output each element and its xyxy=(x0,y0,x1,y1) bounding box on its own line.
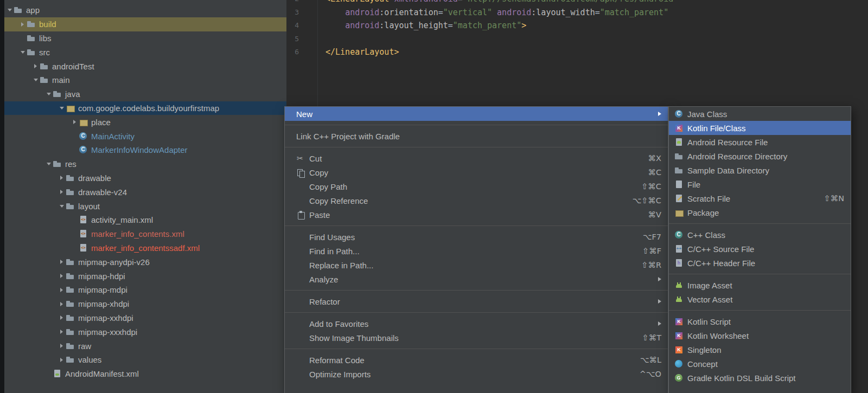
tree-item-mipmap-anydpi-v26[interactable]: mipmap-anydpi-v26 xyxy=(4,255,286,269)
menu-item-reformat-code[interactable]: Reformat Code⌥⌘L xyxy=(285,353,668,367)
menu-item-c-c-header-file[interactable]: C/C++ Header File xyxy=(669,256,851,270)
tree-item-main[interactable]: main xyxy=(4,73,286,87)
menu-item-analyze[interactable]: Analyze xyxy=(285,272,668,286)
tree-item-values[interactable]: values xyxy=(4,353,286,367)
menu-item-c-class[interactable]: C++ Class xyxy=(669,228,851,242)
collapse-arrow-icon[interactable] xyxy=(18,45,27,59)
collapse-arrow-icon[interactable] xyxy=(58,199,66,213)
menu-item-refactor[interactable]: Refactor xyxy=(285,294,668,308)
tree-item-mipmap-xhdpi[interactable]: mipmap-xhdpi xyxy=(4,297,286,311)
expand-arrow-icon[interactable] xyxy=(58,171,66,185)
menu-item-android-resource-file[interactable]: Android Resource File xyxy=(669,135,851,149)
expand-arrow-icon[interactable] xyxy=(58,339,66,353)
tree-item-app[interactable]: app xyxy=(4,3,286,17)
tree-item-place[interactable]: place xyxy=(4,115,286,129)
menu-item-find-usages[interactable]: Find Usages⌥F7 xyxy=(285,230,668,244)
tree-item-marker-info-contentssadf-xml[interactable]: marker_info_contentssadf.xml xyxy=(4,241,286,255)
menu-item-label: Android Resource Directory xyxy=(687,152,787,161)
menu-item-label: Refactor xyxy=(309,297,340,306)
menu-item-android-resource-directory[interactable]: Android Resource Directory xyxy=(669,149,851,163)
paste-icon xyxy=(296,210,305,220)
tree-item-markerinfowindowadapter[interactable]: MarkerInfoWindowAdapter xyxy=(4,143,286,157)
menu-item-kotlin-script[interactable]: Kotlin Script xyxy=(669,314,851,328)
expand-arrow-icon[interactable] xyxy=(58,283,66,297)
menu-item-paste[interactable]: Paste⌘V xyxy=(285,208,668,222)
tree-item-marker-info-contents-xml[interactable]: marker_info_contents.xml xyxy=(4,227,286,241)
menu-item-right: ⇧⌘C xyxy=(626,182,661,191)
menu-item-label: Scratch File xyxy=(687,194,730,203)
android-asset-icon xyxy=(674,281,684,290)
tree-item-mipmap-hdpi[interactable]: mipmap-hdpi xyxy=(4,269,286,283)
menu-item-scratch-file[interactable]: Scratch File⇧⌘N xyxy=(669,191,851,205)
menu-item-package[interactable]: Package xyxy=(669,205,851,220)
menu-item-show-image-thumbnails[interactable]: Show Image Thumbnails⇧⌘T xyxy=(285,331,668,345)
menu-item-cut[interactable]: Cut⌘X xyxy=(285,151,668,165)
expand-arrow-icon[interactable] xyxy=(58,269,66,283)
submenu-arrow-icon xyxy=(658,277,661,281)
expand-arrow-icon[interactable] xyxy=(58,185,66,199)
menu-item-vector-asset[interactable]: Vector Asset xyxy=(669,292,851,306)
kotlin-icon xyxy=(674,124,684,133)
menu-item-concept[interactable]: Concept xyxy=(669,357,851,371)
expand-arrow-icon[interactable] xyxy=(58,325,66,339)
menu-item-sample-data-directory[interactable]: Sample Data Directory xyxy=(669,163,851,177)
class-icon xyxy=(79,145,88,154)
menu-item-copy-reference[interactable]: Copy Reference⌥⇧⌘C xyxy=(285,194,668,208)
menu-item-copy[interactable]: Copy⌘C xyxy=(285,165,668,179)
collapse-arrow-icon[interactable] xyxy=(5,3,14,17)
menu-item-shortcut: ⌥⌘L xyxy=(640,356,661,364)
menu-item-kotlin-file-class[interactable]: Kotlin File/Class xyxy=(669,121,851,135)
menu-item-label: Kotlin File/Class xyxy=(687,124,746,133)
menu-item-file[interactable]: File xyxy=(669,177,851,191)
menu-item-find-in-path[interactable]: Find in Path...⇧⌘F xyxy=(285,244,668,258)
tree-item-raw[interactable]: raw xyxy=(4,339,286,353)
menu-item-new[interactable]: New xyxy=(285,107,668,121)
expand-arrow-icon[interactable] xyxy=(18,17,27,31)
expand-arrow-icon[interactable] xyxy=(58,311,66,325)
tree-arrow-spacer xyxy=(71,129,79,143)
expand-arrow-icon[interactable] xyxy=(58,297,66,311)
tree-item-drawable-v24[interactable]: drawable-v24 xyxy=(4,185,286,199)
tree-item-mipmap-xxxhdpi[interactable]: mipmap-xxxhdpi xyxy=(4,325,286,339)
tree-item-androidtest[interactable]: androidTest xyxy=(4,59,286,73)
menu-item-image-asset[interactable]: Image Asset xyxy=(669,278,851,292)
collapse-arrow-icon[interactable] xyxy=(58,101,66,115)
menu-item-kotlin-worksheet[interactable]: Kotlin Worksheet xyxy=(669,328,851,343)
menu-item-singleton[interactable]: Singleton xyxy=(669,343,851,357)
tree-item-build[interactable]: build xyxy=(4,17,286,31)
tree-item-mainactivity[interactable]: MainActivity xyxy=(4,129,286,143)
tree-item-com-google-codelabs-buildyourfirstmap[interactable]: com.google.codelabs.buildyourfirstmap xyxy=(4,101,286,115)
menu-item-link-c-project-with-gradle[interactable]: Link C++ Project with Gradle xyxy=(285,129,668,143)
tree-item-java[interactable]: java xyxy=(4,87,286,101)
line-number: 3 xyxy=(286,6,311,20)
expand-arrow-icon[interactable] xyxy=(31,59,40,73)
collapse-arrow-icon[interactable] xyxy=(44,87,53,101)
menu-item-gradle-kotlin-dsl-build-script[interactable]: Gradle Kotlin DSL Build Script xyxy=(669,371,851,385)
menu-item-right: ⌥F7 xyxy=(628,233,661,241)
menu-item-add-to-favorites[interactable]: Add to Favorites xyxy=(285,317,668,331)
folder-icon xyxy=(66,272,75,281)
tree-item-libs[interactable]: libs xyxy=(4,31,286,46)
menu-item-copy-path[interactable]: Copy Path⇧⌘C xyxy=(285,179,668,194)
menu-item-label: Optimize Imports xyxy=(309,370,371,379)
collapse-arrow-icon[interactable] xyxy=(44,157,53,171)
tree-item-mipmap-mdpi[interactable]: mipmap-mdpi xyxy=(4,283,286,297)
menu-item-c-c-source-file[interactable]: C/C++ Source File xyxy=(669,242,851,256)
tree-item-mipmap-xxhdpi[interactable]: mipmap-xxhdpi xyxy=(4,311,286,325)
tree-item-res[interactable]: res xyxy=(4,157,286,171)
tree-item-layout[interactable]: layout xyxy=(4,199,286,213)
tree-item-androidmanifest-xml[interactable]: AndroidManifest.xml xyxy=(4,367,286,381)
expand-arrow-icon[interactable] xyxy=(58,255,66,269)
menu-item-replace-in-path[interactable]: Replace in Path...⇧⌘R xyxy=(285,258,668,272)
code-token: :layout_height xyxy=(379,21,448,30)
collapse-arrow-icon[interactable] xyxy=(31,73,40,87)
expand-arrow-icon[interactable] xyxy=(58,353,66,367)
menu-item-java-class[interactable]: Java Class xyxy=(669,107,851,121)
tree-item-activity-main-xml[interactable]: activity_main.xml xyxy=(4,213,286,227)
expand-arrow-icon[interactable] xyxy=(71,115,79,129)
folder-icon xyxy=(66,327,75,337)
tree-item-src[interactable]: src xyxy=(4,45,286,59)
tree-item-drawable[interactable]: drawable xyxy=(4,171,286,185)
code-line: 3 android:orientation="vertical" android… xyxy=(286,6,868,20)
menu-item-optimize-imports[interactable]: Optimize Imports^⌥O xyxy=(285,367,668,381)
